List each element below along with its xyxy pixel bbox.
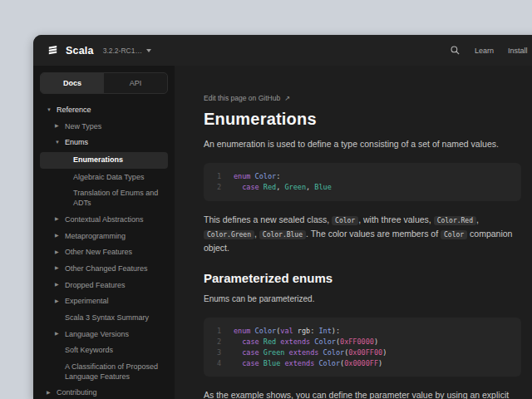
chevron-right-icon: ▶	[55, 248, 65, 255]
code-token: extends	[289, 347, 319, 358]
docs-sidebar: Docs API ▼Reference▶New Types▼EnumsEnume…	[33, 66, 175, 399]
code-token: 0x00FF00	[348, 347, 382, 358]
explanation-paragraph: This defines a new sealed class, Color, …	[204, 213, 521, 256]
sidebar-item-scala-3-syntax-summary[interactable]: Scala 3 Syntax Summary	[33, 310, 175, 327]
code-token: Color	[318, 358, 340, 369]
sidebar-nav-tree: ▼Reference▶New Types▼EnumsEnumerationsAl…	[33, 102, 175, 399]
chevron-down-icon	[146, 49, 151, 52]
sidebar-item-enums[interactable]: ▼Enums	[33, 135, 175, 151]
code-token	[234, 337, 242, 347]
sidebar-item-algebraic-data-types[interactable]: Algebraic Data Types	[33, 170, 175, 186]
brand-name: Scala	[66, 45, 94, 57]
sidebar-item-label: Contributing	[57, 388, 97, 398]
sidebar-item-other-changed-features[interactable]: ▶Other Changed Features	[33, 261, 175, 278]
inline-code: Color	[441, 230, 467, 239]
arrow-spacer	[55, 362, 65, 364]
code-token: case	[242, 182, 259, 193]
chevron-right-icon: ▶	[55, 330, 65, 337]
code-token: Blue	[314, 182, 331, 193]
chevron-right-icon: ▶	[55, 281, 65, 288]
sidebar-tab-switcher: Docs API	[40, 72, 168, 94]
code-token: Int	[318, 326, 331, 337]
code-token: :	[276, 171, 280, 182]
sidebar-item-new-types[interactable]: ▶New Types	[33, 119, 175, 135]
tab-docs[interactable]: Docs	[41, 73, 104, 93]
code-token: val	[280, 326, 293, 337]
sidebar-item-label: Scala 3 Syntax Summary	[65, 313, 149, 323]
header-nav: LearnInstallPlayground	[450, 35, 532, 66]
sidebar-item-label: Metaprogramming	[65, 232, 126, 242]
sidebar-item-experimental[interactable]: ▶Experimental	[33, 293, 175, 310]
code-token: rgb:	[293, 326, 319, 337]
code-token	[234, 182, 242, 193]
code-token: Blue	[264, 358, 280, 369]
code-token: Red	[264, 337, 276, 347]
version-label: 3.2.2-RC1…	[103, 47, 142, 55]
intro-paragraph: An enumeration is used to define a type …	[204, 137, 521, 151]
sidebar-item-soft-keywords[interactable]: Soft Keywords	[33, 342, 175, 359]
inline-code: Color.Blue	[259, 230, 306, 239]
line-number: 1	[214, 326, 221, 337]
code-token: extends	[280, 337, 310, 347]
arrow-spacer	[55, 313, 65, 315]
code-token: case	[242, 337, 259, 347]
site-header: Scala 3.2.2-RC1… LearnInstallPlayground	[33, 35, 532, 66]
header-link-install[interactable]: Install	[508, 47, 528, 55]
code-token: )	[374, 337, 378, 347]
code-token: extends	[284, 358, 314, 369]
version-dropdown[interactable]: 3.2.2-RC1…	[103, 47, 151, 55]
code-token: ):	[332, 326, 340, 337]
sidebar-item-dropped-features[interactable]: ▶Dropped Features	[33, 278, 175, 294]
code-line: 1enum Color(val rgb: Int):	[214, 326, 511, 337]
code-token: Green	[284, 182, 306, 193]
sidebar-item-metaprogramming[interactable]: ▶Metaprogramming	[33, 229, 175, 245]
code-line: 1enum Color:	[214, 171, 511, 182]
sidebar-item-reference[interactable]: ▼Reference	[33, 102, 175, 119]
sidebar-item-contributing[interactable]: ▶Contributing	[33, 385, 175, 399]
code-token: Color	[255, 171, 277, 182]
sidebar-item-label: Experimental	[65, 297, 109, 307]
sidebar-item-label: Translation of Enums and ADTs	[73, 189, 166, 208]
code-token: Red	[264, 182, 276, 193]
outro-paragraph: As the example shows, you can define the…	[204, 388, 521, 399]
code-line: 4 case Blue extends Color(0x0000FF)	[214, 358, 511, 369]
code-token	[234, 347, 242, 358]
sidebar-item-enumerations[interactable]: Enumerations	[40, 152, 168, 169]
code-token: Green	[264, 347, 285, 358]
code-token: ,	[306, 182, 314, 193]
desktop-background: Scala 3.2.2-RC1… LearnInstallPlayground …	[0, 0, 532, 399]
arrow-spacer	[55, 346, 65, 347]
page-body: Docs API ▼Reference▶New Types▼EnumsEnume…	[33, 66, 532, 399]
section-intro-paragraph: Enums can be parameterized.	[204, 293, 521, 307]
code-token: 0x0000FF	[344, 358, 378, 369]
code-line: 2 case Red extends Color(0xFF0000)	[214, 337, 511, 347]
text-run: ,	[254, 229, 259, 239]
code-token	[234, 358, 242, 369]
inline-code: Color.Green	[204, 230, 254, 239]
code-token: Color	[255, 326, 277, 337]
sidebar-item-label: Algebraic Data Types	[73, 173, 144, 183]
page-title: Enumerations	[204, 110, 532, 129]
code-token: case	[242, 358, 259, 369]
search-icon[interactable]	[450, 45, 461, 56]
sidebar-item-label: Enums	[65, 138, 88, 148]
sidebar-item-contextual-abstractions[interactable]: ▶Contextual Abstractions	[33, 212, 175, 229]
edit-on-github-link[interactable]: Edit this page on GitHub ↗	[204, 94, 290, 102]
chevron-right-icon: ▶	[47, 388, 57, 396]
sidebar-item-translation-of-enums-and-adts[interactable]: Translation of Enums and ADTs	[33, 185, 175, 211]
tab-api[interactable]: API	[104, 73, 167, 93]
sidebar-item-label: A Classification of Proposed Language Fe…	[65, 362, 166, 382]
header-link-learn[interactable]: Learn	[475, 47, 494, 55]
code-line: 2 case Red, Green, Blue	[214, 182, 511, 193]
line-number: 3	[214, 347, 221, 358]
code-token: )	[378, 358, 382, 369]
section-title: Parameterized enums	[204, 271, 532, 285]
chevron-right-icon: ▶	[55, 264, 65, 272]
chevron-right-icon: ▶	[55, 215, 65, 223]
code-token: )	[382, 347, 387, 358]
sidebar-item-a-classification-of-proposed-language-features[interactable]: A Classification of Proposed Language Fe…	[33, 359, 175, 385]
sidebar-item-language-versions[interactable]: ▶Language Versions	[33, 327, 175, 343]
sidebar-item-other-new-features[interactable]: ▶Other New Features	[33, 244, 175, 261]
sidebar-item-label: Other Changed Features	[65, 264, 148, 274]
code-token: Color	[323, 347, 345, 358]
